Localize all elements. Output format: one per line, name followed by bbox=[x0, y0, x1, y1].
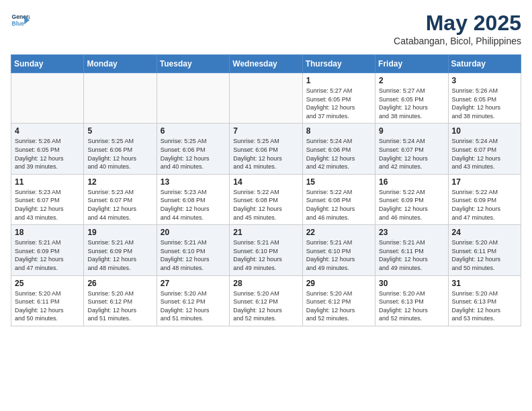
calendar-cell: 2Sunrise: 5:27 AM Sunset: 6:05 PM Daylig… bbox=[375, 73, 448, 124]
day-info: Sunrise: 5:25 AM Sunset: 6:06 PM Dayligh… bbox=[87, 137, 152, 171]
calendar-cell: 5Sunrise: 5:25 AM Sunset: 6:06 PM Daylig… bbox=[84, 124, 157, 174]
calendar-cell: 10Sunrise: 5:24 AM Sunset: 6:07 PM Dayli… bbox=[448, 124, 521, 174]
calendar-cell: 21Sunrise: 5:21 AM Sunset: 6:10 PM Dayli… bbox=[230, 225, 302, 275]
day-info: Sunrise: 5:25 AM Sunset: 6:06 PM Dayligh… bbox=[233, 137, 298, 171]
calendar-cell: 27Sunrise: 5:20 AM Sunset: 6:12 PM Dayli… bbox=[157, 275, 229, 326]
calendar-cell: 9Sunrise: 5:24 AM Sunset: 6:07 PM Daylig… bbox=[375, 124, 448, 174]
day-number: 18 bbox=[15, 228, 80, 237]
calendar-cell: 6Sunrise: 5:25 AM Sunset: 6:06 PM Daylig… bbox=[157, 124, 229, 174]
calendar-cell bbox=[84, 73, 157, 124]
day-number: 29 bbox=[306, 279, 371, 288]
day-info: Sunrise: 5:21 AM Sunset: 6:10 PM Dayligh… bbox=[306, 238, 371, 272]
calendar-cell: 7Sunrise: 5:25 AM Sunset: 6:06 PM Daylig… bbox=[230, 124, 302, 174]
logo-icon: General Blue bbox=[11, 11, 30, 30]
day-number: 27 bbox=[161, 279, 226, 288]
calendar-cell: 31Sunrise: 5:20 AM Sunset: 6:13 PM Dayli… bbox=[448, 275, 521, 326]
day-number: 12 bbox=[87, 177, 152, 187]
calendar-week-row: 4Sunrise: 5:26 AM Sunset: 6:05 PM Daylig… bbox=[11, 124, 521, 174]
day-number: 17 bbox=[452, 177, 517, 187]
logo: General Blue bbox=[11, 11, 30, 30]
day-number: 14 bbox=[233, 177, 298, 187]
day-info: Sunrise: 5:20 AM Sunset: 6:11 PM Dayligh… bbox=[15, 289, 80, 323]
day-number: 9 bbox=[379, 126, 444, 136]
calendar-cell: 29Sunrise: 5:20 AM Sunset: 6:12 PM Dayli… bbox=[302, 275, 375, 326]
calendar-cell: 24Sunrise: 5:20 AM Sunset: 6:11 PM Dayli… bbox=[448, 225, 521, 275]
day-number: 8 bbox=[306, 126, 371, 136]
day-info: Sunrise: 5:20 AM Sunset: 6:11 PM Dayligh… bbox=[452, 238, 517, 272]
page-title: May 2025 bbox=[394, 11, 521, 36]
calendar-cell: 30Sunrise: 5:20 AM Sunset: 6:13 PM Dayli… bbox=[375, 275, 448, 326]
day-number: 23 bbox=[379, 228, 444, 237]
calendar-cell bbox=[230, 73, 302, 124]
weekday-header-wednesday: Wednesday bbox=[230, 55, 302, 73]
day-info: Sunrise: 5:27 AM Sunset: 6:05 PM Dayligh… bbox=[306, 87, 371, 120]
day-number: 15 bbox=[306, 177, 371, 187]
day-number: 19 bbox=[87, 228, 152, 237]
calendar-cell: 28Sunrise: 5:20 AM Sunset: 6:12 PM Dayli… bbox=[230, 275, 302, 326]
weekday-header-thursday: Thursday bbox=[302, 55, 375, 73]
day-info: Sunrise: 5:24 AM Sunset: 6:07 PM Dayligh… bbox=[379, 137, 444, 171]
title-area: May 2025 Catabangan, Bicol, Philippines bbox=[394, 11, 521, 46]
day-number: 22 bbox=[306, 228, 371, 237]
day-number: 6 bbox=[161, 126, 226, 136]
calendar-cell: 8Sunrise: 5:24 AM Sunset: 6:06 PM Daylig… bbox=[302, 124, 375, 174]
calendar-cell: 1Sunrise: 5:27 AM Sunset: 6:05 PM Daylig… bbox=[302, 73, 375, 124]
calendar-cell bbox=[11, 73, 84, 124]
day-number: 31 bbox=[452, 279, 517, 288]
day-info: Sunrise: 5:20 AM Sunset: 6:12 PM Dayligh… bbox=[87, 289, 152, 323]
day-info: Sunrise: 5:21 AM Sunset: 6:11 PM Dayligh… bbox=[379, 238, 444, 272]
weekday-header-row: SundayMondayTuesdayWednesdayThursdayFrid… bbox=[11, 55, 521, 73]
day-number: 10 bbox=[452, 126, 517, 136]
weekday-header-saturday: Saturday bbox=[448, 55, 521, 73]
calendar-table: SundayMondayTuesdayWednesdayThursdayFrid… bbox=[11, 54, 521, 326]
day-number: 26 bbox=[87, 279, 152, 288]
calendar-cell: 15Sunrise: 5:22 AM Sunset: 6:08 PM Dayli… bbox=[302, 174, 375, 224]
day-info: Sunrise: 5:20 AM Sunset: 6:12 PM Dayligh… bbox=[306, 289, 371, 323]
calendar-cell: 16Sunrise: 5:22 AM Sunset: 6:09 PM Dayli… bbox=[375, 174, 448, 224]
calendar-cell: 22Sunrise: 5:21 AM Sunset: 6:10 PM Dayli… bbox=[302, 225, 375, 275]
day-number: 4 bbox=[15, 126, 80, 136]
weekday-header-monday: Monday bbox=[84, 55, 157, 73]
day-number: 21 bbox=[233, 228, 298, 237]
day-number: 25 bbox=[15, 279, 80, 288]
calendar-cell: 13Sunrise: 5:23 AM Sunset: 6:08 PM Dayli… bbox=[157, 174, 229, 224]
calendar-cell: 17Sunrise: 5:22 AM Sunset: 6:09 PM Dayli… bbox=[448, 174, 521, 224]
page-subtitle: Catabangan, Bicol, Philippines bbox=[394, 36, 521, 46]
day-number: 13 bbox=[161, 177, 226, 187]
day-number: 3 bbox=[452, 76, 517, 85]
weekday-header-friday: Friday bbox=[375, 55, 448, 73]
calendar-cell: 18Sunrise: 5:21 AM Sunset: 6:09 PM Dayli… bbox=[11, 225, 84, 275]
day-info: Sunrise: 5:20 AM Sunset: 6:13 PM Dayligh… bbox=[452, 289, 517, 323]
day-info: Sunrise: 5:26 AM Sunset: 6:05 PM Dayligh… bbox=[15, 137, 80, 171]
day-number: 28 bbox=[233, 279, 298, 288]
calendar-cell: 26Sunrise: 5:20 AM Sunset: 6:12 PM Dayli… bbox=[84, 275, 157, 326]
day-info: Sunrise: 5:25 AM Sunset: 6:06 PM Dayligh… bbox=[161, 137, 226, 171]
day-info: Sunrise: 5:24 AM Sunset: 6:06 PM Dayligh… bbox=[306, 137, 371, 171]
day-info: Sunrise: 5:26 AM Sunset: 6:05 PM Dayligh… bbox=[452, 87, 517, 120]
day-info: Sunrise: 5:21 AM Sunset: 6:09 PM Dayligh… bbox=[15, 238, 80, 272]
day-number: 5 bbox=[87, 126, 152, 136]
day-number: 30 bbox=[379, 279, 444, 288]
day-info: Sunrise: 5:24 AM Sunset: 6:07 PM Dayligh… bbox=[452, 137, 517, 171]
calendar-cell: 4Sunrise: 5:26 AM Sunset: 6:05 PM Daylig… bbox=[11, 124, 84, 174]
day-info: Sunrise: 5:23 AM Sunset: 6:07 PM Dayligh… bbox=[87, 188, 152, 222]
calendar-week-row: 18Sunrise: 5:21 AM Sunset: 6:09 PM Dayli… bbox=[11, 225, 521, 275]
day-number: 1 bbox=[306, 76, 371, 85]
day-info: Sunrise: 5:22 AM Sunset: 6:09 PM Dayligh… bbox=[379, 188, 444, 222]
day-info: Sunrise: 5:22 AM Sunset: 6:08 PM Dayligh… bbox=[306, 188, 371, 222]
day-info: Sunrise: 5:20 AM Sunset: 6:13 PM Dayligh… bbox=[379, 289, 444, 323]
day-number: 20 bbox=[161, 228, 226, 237]
calendar-cell: 12Sunrise: 5:23 AM Sunset: 6:07 PM Dayli… bbox=[84, 174, 157, 224]
day-info: Sunrise: 5:21 AM Sunset: 6:09 PM Dayligh… bbox=[87, 238, 152, 272]
calendar-cell: 19Sunrise: 5:21 AM Sunset: 6:09 PM Dayli… bbox=[84, 225, 157, 275]
day-info: Sunrise: 5:22 AM Sunset: 6:09 PM Dayligh… bbox=[452, 188, 517, 222]
day-info: Sunrise: 5:21 AM Sunset: 6:10 PM Dayligh… bbox=[161, 238, 226, 272]
day-info: Sunrise: 5:21 AM Sunset: 6:10 PM Dayligh… bbox=[233, 238, 298, 272]
calendar-cell bbox=[157, 73, 229, 124]
calendar-cell: 11Sunrise: 5:23 AM Sunset: 6:07 PM Dayli… bbox=[11, 174, 84, 224]
day-info: Sunrise: 5:23 AM Sunset: 6:08 PM Dayligh… bbox=[161, 188, 226, 222]
calendar-week-row: 11Sunrise: 5:23 AM Sunset: 6:07 PM Dayli… bbox=[11, 174, 521, 224]
day-number: 2 bbox=[379, 76, 444, 85]
calendar-cell: 14Sunrise: 5:22 AM Sunset: 6:08 PM Dayli… bbox=[230, 174, 302, 224]
day-info: Sunrise: 5:22 AM Sunset: 6:08 PM Dayligh… bbox=[233, 188, 298, 222]
